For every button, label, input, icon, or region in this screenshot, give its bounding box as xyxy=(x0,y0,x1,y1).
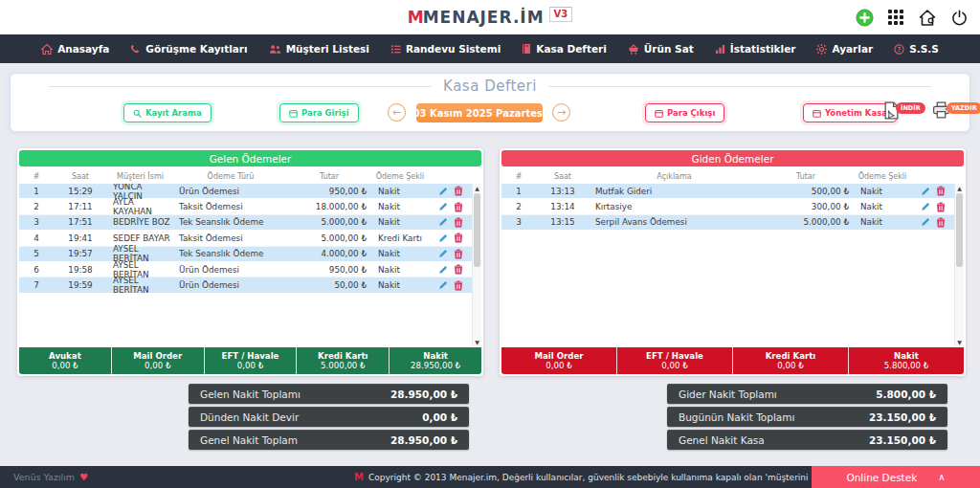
table-row[interactable]: 313:15Serpil Avans Ödemesi5.000,00 ₺Naki… xyxy=(501,215,954,231)
table-row[interactable]: 719:59AYSEL BERİTANÜrün Ödemesi50,00 ₺Na… xyxy=(19,277,472,293)
home-shortcut-icon[interactable] xyxy=(918,8,937,27)
table-cell: Nakit xyxy=(370,202,430,211)
table-row[interactable]: 317:51BEDRİYE BOZTek Seanslık Ödeme5.000… xyxy=(19,215,472,231)
scroll-down-icon[interactable]: ▼ xyxy=(955,338,964,346)
next-day-button[interactable]: → xyxy=(552,103,570,122)
outgoing-header-row: #SaatAçıklamaTutarÖdeme Şekli xyxy=(501,169,954,184)
top-right-icons xyxy=(855,0,969,34)
table-cell: 15:29 xyxy=(54,187,107,196)
table-row[interactable]: 519:57AYSEL BERİTANTek Seanslık Ödeme4.0… xyxy=(19,247,472,262)
print-badge: YAZDIR xyxy=(947,102,980,114)
outgoing-table-body: 113:13Mutfak Gideri500,00 ₺Nakit213:14Kı… xyxy=(501,184,954,346)
scroll-down-icon[interactable]: ▼ xyxy=(473,338,481,346)
record-search-button[interactable]: Kayıt Arama xyxy=(123,103,212,122)
money-out-button[interactable]: Para Çıkışı xyxy=(645,103,724,122)
table-cell: 5.000,00 ₺ xyxy=(759,217,853,227)
column-header: Müşteri İsmi xyxy=(107,172,173,181)
edit-row-button[interactable] xyxy=(438,265,448,275)
scroll-thumb[interactable] xyxy=(956,193,963,267)
scroll-up-icon[interactable]: ▲ xyxy=(473,184,481,192)
edit-row-button[interactable] xyxy=(438,280,448,290)
nav-item-i-statistikler[interactable]: İstatistikler xyxy=(715,43,796,55)
total-bar: Bugünün Nakit Toplamı23.150,00 ₺ xyxy=(667,407,947,427)
table-cell: SEDEF BAYAR xyxy=(107,233,173,243)
footer-vendor: Venüs Yazılım ♥ xyxy=(13,472,88,482)
table-cell: 2 xyxy=(501,202,536,211)
table-cell: 500,00 ₺ xyxy=(759,187,853,196)
current-date-button[interactable]: 03 Kasım 2025 Pazartesi xyxy=(416,103,543,122)
table-cell: Nakit xyxy=(370,187,430,196)
table-row[interactable]: 217:11AYLA KAYAHANTaksit Ödemesi18.000,0… xyxy=(19,199,472,214)
nav-item-label: Görüşme Kayıtları xyxy=(145,43,247,55)
method-label: Nakit xyxy=(894,351,919,361)
table-cell: 3 xyxy=(19,217,54,227)
delete-row-button[interactable] xyxy=(454,264,463,275)
incoming-summary-strip: Avukat0,00 ₺Mail Order0,00 ₺EFT / Havale… xyxy=(19,347,481,374)
delete-row-button[interactable] xyxy=(454,249,463,259)
heart-icon: ♥ xyxy=(79,472,88,482)
print-button[interactable]: YAZDIR xyxy=(932,101,980,119)
delete-row-button[interactable] xyxy=(936,202,946,212)
nav-item-ayarlar[interactable]: Ayarlar xyxy=(816,43,873,55)
table-cell: 950,00 ₺ xyxy=(288,187,370,196)
delete-row-button[interactable] xyxy=(454,233,463,243)
nav-item--r-n-sat[interactable]: Ürün Sat xyxy=(628,43,694,55)
nav-item-m-teri-listesi[interactable]: Müşteri Listesi xyxy=(269,43,369,55)
table-row[interactable]: 619:58AYSEL BERİTANÜrün Ödemesi950,00 ₺N… xyxy=(19,262,472,277)
online-support-button[interactable]: Online Destek ∧ xyxy=(812,466,980,488)
delete-row-button[interactable] xyxy=(936,186,946,196)
question-icon: ? xyxy=(894,44,904,55)
incoming-scrollbar[interactable]: ▲▼ xyxy=(472,184,481,346)
edit-row-button[interactable] xyxy=(438,202,448,211)
total-value: 5.800,00 ₺ xyxy=(876,388,936,400)
method-label: EFT / Havale xyxy=(222,351,279,361)
nav-item-g-r-me-kay-tlar-[interactable]: Görüşme Kayıtları xyxy=(130,43,247,55)
table-row[interactable]: 115:29YONCA YALÇINÜrün Ödemesi950,00 ₺Na… xyxy=(19,184,472,199)
page-title-row: Kasa Defteri xyxy=(11,78,969,95)
table-cell: 5.000,00 ₺ xyxy=(288,233,370,243)
scroll-up-icon[interactable]: ▲ xyxy=(955,184,964,192)
edit-row-button[interactable] xyxy=(921,202,930,211)
edit-row-button[interactable] xyxy=(438,187,448,196)
method-value: 0,00 ₺ xyxy=(237,361,263,370)
table-cell: 2 xyxy=(19,202,54,211)
table-cell: 19:41 xyxy=(54,233,107,243)
table-row[interactable]: 213:14Kırtasiye300,00 ₺Nakit xyxy=(501,199,954,214)
nav-item-s-s-s[interactable]: ?S.S.S xyxy=(894,43,939,55)
power-icon[interactable] xyxy=(949,8,969,27)
total-label: Gider Nakit Toplamı xyxy=(679,388,777,400)
table-cell: 4 xyxy=(19,233,54,243)
total-bar: Genel Nakit Kasa23.150,00 ₺ xyxy=(667,430,947,450)
page-title: Kasa Defteri xyxy=(443,78,537,95)
table-row[interactable]: 419:41SEDEF BAYARTaksit Ödemesi5.000,00 … xyxy=(19,231,472,246)
edit-row-button[interactable] xyxy=(438,217,448,227)
gear-icon xyxy=(816,44,827,55)
table-row[interactable]: 113:13Mutfak Gideri500,00 ₺Nakit xyxy=(501,184,954,199)
edit-row-button[interactable] xyxy=(921,217,930,227)
app-logo[interactable]: MMENAJER.İM V3 xyxy=(0,0,980,34)
edit-row-button[interactable] xyxy=(438,233,448,243)
payment-method-total: Kredi Kartı5.000,00 ₺ xyxy=(296,347,389,374)
outgoing-scrollbar[interactable]: ▲▼ xyxy=(954,184,964,346)
delete-row-button[interactable] xyxy=(936,217,946,228)
scroll-thumb[interactable] xyxy=(474,193,480,267)
nav-item-kasa-defteri[interactable]: Kasa Defteri xyxy=(522,43,607,55)
payment-method-total: Nakit5.800,00 ₺ xyxy=(848,347,964,374)
total-bar: Genel Nakit Toplam28.950,00 ₺ xyxy=(189,430,469,450)
add-plus-icon[interactable] xyxy=(855,8,874,27)
download-pdf-button[interactable]: İNDİR xyxy=(883,101,925,120)
nav-item-anasayfa[interactable]: Anasayfa xyxy=(41,43,109,55)
previous-day-button[interactable]: ← xyxy=(388,103,406,122)
delete-row-button[interactable] xyxy=(454,202,463,212)
delete-row-button[interactable] xyxy=(454,280,463,291)
book-icon xyxy=(522,43,531,55)
grid-menu-icon[interactable] xyxy=(886,8,905,27)
edit-row-button[interactable] xyxy=(438,249,448,258)
money-in-button[interactable]: Para Girişi xyxy=(279,103,359,122)
delete-row-button[interactable] xyxy=(454,186,463,196)
column-header: Saat xyxy=(54,172,107,181)
delete-row-button[interactable] xyxy=(454,217,463,228)
edit-row-button[interactable] xyxy=(921,187,930,196)
nav-item-randevu-sistemi[interactable]: Randevu Sistemi xyxy=(390,43,501,55)
outgoing-payments-card: Giden Ödemeler #SaatAçıklamaTutarÖdeme Ş… xyxy=(500,148,966,376)
